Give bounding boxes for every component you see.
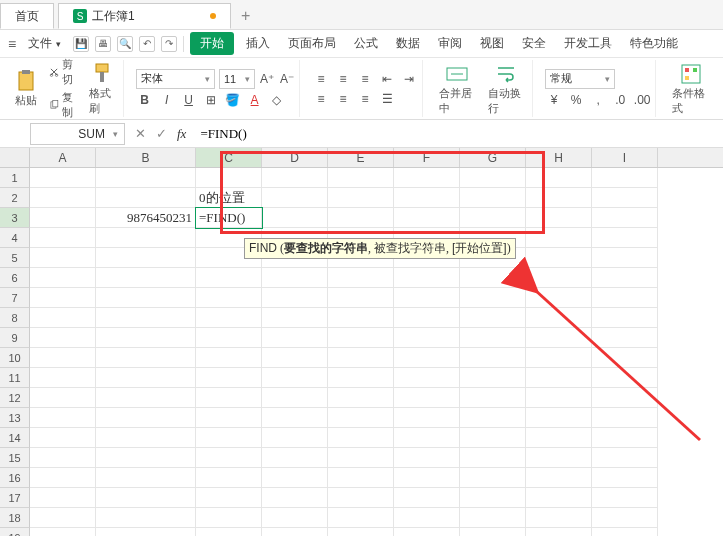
cell[interactable] bbox=[30, 328, 96, 348]
cell[interactable] bbox=[262, 428, 328, 448]
cell[interactable] bbox=[262, 328, 328, 348]
cell[interactable] bbox=[262, 368, 328, 388]
decrease-font-icon[interactable]: A⁻ bbox=[279, 70, 295, 88]
row-header[interactable]: 2 bbox=[0, 188, 30, 208]
tab-workbook[interactable]: S 工作簿1 bbox=[58, 3, 231, 29]
cell[interactable] bbox=[394, 508, 460, 528]
cell[interactable] bbox=[262, 208, 328, 228]
cell[interactable] bbox=[196, 508, 262, 528]
cell[interactable] bbox=[262, 288, 328, 308]
cell[interactable] bbox=[262, 408, 328, 428]
formula-input[interactable] bbox=[196, 123, 723, 145]
cell[interactable] bbox=[328, 468, 394, 488]
name-box[interactable]: SUM▾ bbox=[30, 123, 125, 145]
cell[interactable] bbox=[394, 208, 460, 228]
cell[interactable] bbox=[460, 528, 526, 536]
cell[interactable] bbox=[526, 408, 592, 428]
cell[interactable] bbox=[394, 448, 460, 468]
cell[interactable] bbox=[30, 528, 96, 536]
row-header[interactable]: 12 bbox=[0, 388, 30, 408]
cell[interactable] bbox=[526, 348, 592, 368]
cell[interactable] bbox=[328, 288, 394, 308]
align-center-icon[interactable]: ≡ bbox=[334, 90, 352, 108]
cell[interactable] bbox=[592, 188, 658, 208]
cell[interactable] bbox=[394, 168, 460, 188]
cell[interactable] bbox=[460, 448, 526, 468]
row-header[interactable]: 8 bbox=[0, 308, 30, 328]
file-menu[interactable]: 文件 ▾ bbox=[22, 32, 66, 55]
cell[interactable] bbox=[262, 448, 328, 468]
row-header[interactable]: 19 bbox=[0, 528, 30, 536]
cell[interactable] bbox=[394, 268, 460, 288]
cell[interactable] bbox=[262, 188, 328, 208]
menu-view[interactable]: 视图 bbox=[474, 32, 510, 55]
cell[interactable] bbox=[96, 428, 196, 448]
cell[interactable] bbox=[460, 308, 526, 328]
cell[interactable] bbox=[592, 468, 658, 488]
row-header[interactable]: 13 bbox=[0, 408, 30, 428]
cell[interactable] bbox=[96, 508, 196, 528]
menu-insert[interactable]: 插入 bbox=[240, 32, 276, 55]
cell[interactable] bbox=[262, 468, 328, 488]
format-painter-button[interactable]: 格式刷 bbox=[85, 60, 119, 118]
cell[interactable] bbox=[592, 408, 658, 428]
tab-home[interactable]: 首页 bbox=[0, 3, 54, 29]
cell[interactable] bbox=[96, 168, 196, 188]
cell[interactable] bbox=[328, 328, 394, 348]
cell[interactable] bbox=[592, 308, 658, 328]
cell[interactable] bbox=[328, 188, 394, 208]
cell[interactable] bbox=[328, 488, 394, 508]
cell[interactable] bbox=[96, 388, 196, 408]
cell[interactable] bbox=[394, 488, 460, 508]
cell[interactable] bbox=[328, 528, 394, 536]
cell[interactable] bbox=[262, 508, 328, 528]
cell[interactable] bbox=[526, 428, 592, 448]
cell[interactable] bbox=[196, 348, 262, 368]
cell[interactable]: 0的位置 bbox=[196, 188, 262, 208]
cell[interactable] bbox=[526, 388, 592, 408]
cell[interactable] bbox=[460, 468, 526, 488]
cell[interactable] bbox=[592, 388, 658, 408]
cell[interactable] bbox=[526, 448, 592, 468]
cell[interactable] bbox=[96, 488, 196, 508]
conditional-format-button[interactable]: 条件格式 bbox=[668, 60, 713, 118]
col-header[interactable]: I bbox=[592, 148, 658, 167]
cell[interactable] bbox=[328, 268, 394, 288]
row-header[interactable]: 10 bbox=[0, 348, 30, 368]
cell[interactable] bbox=[96, 408, 196, 428]
cell[interactable] bbox=[592, 268, 658, 288]
accept-formula-icon[interactable]: ✓ bbox=[156, 126, 167, 141]
cell[interactable] bbox=[328, 508, 394, 528]
cell[interactable] bbox=[394, 308, 460, 328]
undo-icon[interactable]: ↶ bbox=[139, 36, 155, 52]
cell[interactable] bbox=[30, 488, 96, 508]
cell[interactable] bbox=[460, 368, 526, 388]
cell[interactable] bbox=[460, 428, 526, 448]
col-header[interactable]: A bbox=[30, 148, 96, 167]
inc-decimal-icon[interactable]: .0 bbox=[611, 91, 629, 109]
cell[interactable] bbox=[196, 428, 262, 448]
cell[interactable] bbox=[592, 428, 658, 448]
cell[interactable] bbox=[96, 328, 196, 348]
cell[interactable] bbox=[328, 428, 394, 448]
cell[interactable] bbox=[96, 348, 196, 368]
cell[interactable] bbox=[394, 188, 460, 208]
cell[interactable] bbox=[30, 388, 96, 408]
cell[interactable] bbox=[262, 168, 328, 188]
font-size-select[interactable]: 11▾ bbox=[219, 69, 255, 89]
cell[interactable] bbox=[394, 428, 460, 448]
cell[interactable] bbox=[460, 208, 526, 228]
hamburger-icon[interactable]: ≡ bbox=[8, 36, 16, 52]
cell[interactable] bbox=[196, 448, 262, 468]
cell[interactable] bbox=[394, 368, 460, 388]
cell[interactable] bbox=[460, 488, 526, 508]
cell[interactable] bbox=[196, 368, 262, 388]
cell[interactable] bbox=[196, 308, 262, 328]
preview-icon[interactable]: 🔍 bbox=[117, 36, 133, 52]
cell[interactable] bbox=[30, 448, 96, 468]
bold-icon[interactable]: B bbox=[136, 91, 154, 109]
copy-button[interactable]: 复制 bbox=[46, 89, 81, 121]
cell[interactable] bbox=[30, 228, 96, 248]
menu-data[interactable]: 数据 bbox=[390, 32, 426, 55]
col-header[interactable]: C bbox=[196, 148, 262, 167]
